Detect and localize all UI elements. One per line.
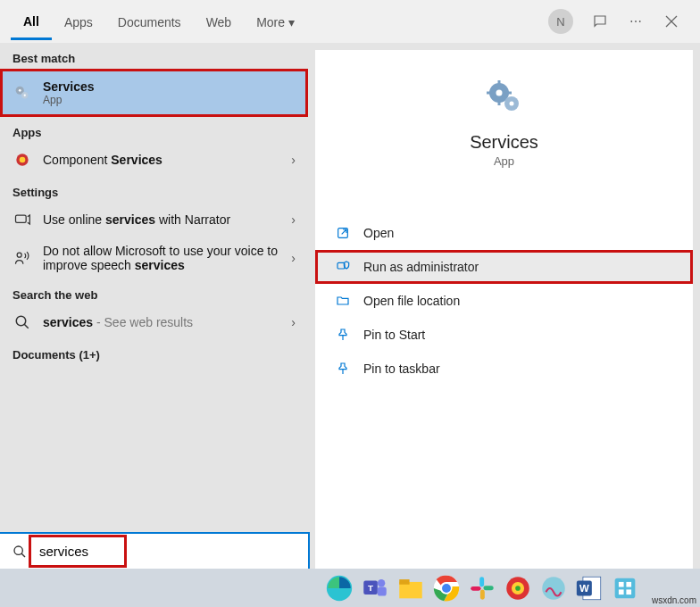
component-icon bbox=[12, 150, 32, 170]
action-run-as-administrator[interactable]: Run as administrator bbox=[315, 250, 693, 284]
search-web-label: Search the web bbox=[0, 279, 308, 305]
shield-icon bbox=[335, 259, 351, 275]
svg-line-23 bbox=[21, 553, 25, 557]
gears-icon bbox=[12, 83, 32, 103]
action-pin-taskbar-label: Pin to taskbar bbox=[363, 362, 440, 376]
chevron-right-icon: › bbox=[291, 212, 296, 227]
svg-rect-47 bbox=[626, 581, 631, 586]
results-pane: Best match Services App Apps Component S… bbox=[0, 43, 308, 569]
settings-section-label: Settings bbox=[0, 177, 308, 203]
svg-rect-28 bbox=[378, 586, 387, 595]
close-button[interactable] bbox=[662, 12, 680, 30]
svg-text:W: W bbox=[579, 583, 589, 594]
narrator-label: Use online services with Narrator bbox=[43, 212, 230, 227]
documents-section-label: Documents (1+) bbox=[0, 339, 308, 365]
taskbar-chrome[interactable] bbox=[431, 573, 462, 603]
svg-rect-34 bbox=[479, 577, 484, 586]
taskbar-word[interactable]: W bbox=[574, 573, 604, 603]
svg-point-9 bbox=[17, 253, 21, 257]
action-open-label: Open bbox=[363, 226, 394, 240]
taskbar-slack[interactable] bbox=[467, 573, 497, 603]
action-pin-start-label: Pin to Start bbox=[363, 328, 425, 342]
result-services-title: Services bbox=[43, 79, 296, 94]
apps-section-label: Apps bbox=[0, 117, 308, 143]
svg-point-5 bbox=[24, 95, 26, 96]
action-pin-to-taskbar[interactable]: Pin to taskbar bbox=[315, 352, 693, 386]
search-icon bbox=[11, 543, 29, 561]
svg-rect-30 bbox=[399, 579, 409, 585]
svg-rect-35 bbox=[483, 586, 493, 590]
svg-point-15 bbox=[509, 102, 513, 106]
svg-text:T: T bbox=[368, 582, 373, 592]
taskbar: T W bbox=[0, 569, 700, 607]
feedback-icon[interactable] bbox=[591, 12, 609, 30]
tab-apps[interactable]: Apps bbox=[52, 4, 105, 38]
detail-pane: Services App Open Run as administrator bbox=[315, 50, 693, 569]
search-bar[interactable] bbox=[0, 534, 308, 569]
taskbar-teams[interactable]: T bbox=[360, 573, 390, 603]
user-avatar[interactable]: N bbox=[548, 9, 573, 34]
tab-more[interactable]: More ▾ bbox=[244, 4, 307, 38]
tab-web[interactable]: Web bbox=[194, 4, 245, 38]
result-voice-services[interactable]: Do not allow Microsoft to use your voice… bbox=[0, 237, 308, 279]
voice-label: Do not allow Microsoft to use your voice… bbox=[43, 244, 278, 272]
chevron-right-icon: › bbox=[291, 315, 296, 329]
taskbar-app-3[interactable] bbox=[610, 573, 640, 603]
action-pin-to-start[interactable]: Pin to Start bbox=[315, 318, 693, 352]
svg-point-22 bbox=[14, 546, 22, 554]
result-narrator-services[interactable]: Use online services with Narrator › bbox=[0, 203, 308, 237]
result-services-sub: App bbox=[43, 94, 296, 106]
action-run-admin-label: Run as administrator bbox=[363, 260, 479, 274]
taskbar-file-explorer[interactable] bbox=[396, 573, 426, 603]
narrator-icon bbox=[12, 210, 32, 229]
svg-point-27 bbox=[378, 579, 386, 587]
search-icon bbox=[12, 312, 32, 332]
svg-point-40 bbox=[515, 586, 521, 591]
action-open-file-location[interactable]: Open file location bbox=[315, 284, 693, 318]
result-component-services[interactable]: Component Services › bbox=[0, 143, 308, 177]
pin-icon bbox=[335, 327, 351, 343]
tab-all[interactable]: All bbox=[11, 4, 52, 40]
chevron-right-icon: › bbox=[291, 153, 296, 167]
svg-rect-45 bbox=[615, 578, 636, 598]
pin-icon bbox=[335, 361, 351, 377]
tab-more-label: More bbox=[256, 15, 285, 29]
component-label: Component Services bbox=[43, 153, 162, 167]
action-open-loc-label: Open file location bbox=[363, 294, 460, 308]
svg-rect-46 bbox=[619, 581, 624, 586]
svg-rect-48 bbox=[619, 589, 624, 595]
taskbar-app-1[interactable] bbox=[503, 573, 533, 603]
detail-subtitle: App bbox=[315, 154, 693, 168]
result-web-search[interactable]: services - See web results › bbox=[0, 305, 308, 339]
watermark: wsxdn.com bbox=[652, 595, 696, 605]
svg-line-11 bbox=[24, 324, 29, 328]
detail-title: Services bbox=[315, 132, 693, 153]
result-services-app[interactable]: Services App bbox=[0, 69, 308, 117]
search-input[interactable] bbox=[36, 540, 308, 562]
more-icon[interactable]: ⋯ bbox=[627, 12, 645, 30]
svg-point-14 bbox=[496, 90, 502, 96]
svg-point-4 bbox=[19, 89, 21, 92]
svg-point-41 bbox=[542, 577, 565, 600]
search-tabs: All Apps Documents Web More ▾ N ⋯ bbox=[0, 0, 700, 43]
open-icon bbox=[335, 225, 351, 241]
taskbar-edge[interactable] bbox=[324, 573, 354, 603]
svg-point-10 bbox=[16, 316, 26, 326]
taskbar-app-2[interactable] bbox=[538, 573, 569, 603]
voice-icon bbox=[12, 248, 32, 268]
svg-point-7 bbox=[20, 157, 26, 163]
svg-rect-8 bbox=[16, 215, 27, 222]
web-label: services - See web results bbox=[43, 315, 193, 329]
gears-icon bbox=[483, 77, 526, 120]
best-match-label: Best match bbox=[0, 43, 308, 69]
svg-rect-36 bbox=[480, 589, 485, 599]
chevron-right-icon: › bbox=[291, 251, 296, 265]
action-open[interactable]: Open bbox=[315, 216, 693, 250]
svg-rect-49 bbox=[626, 589, 631, 595]
svg-rect-37 bbox=[471, 586, 480, 590]
tab-documents[interactable]: Documents bbox=[105, 4, 194, 38]
folder-icon bbox=[335, 293, 351, 309]
actions-list: Open Run as administrator Open file loca… bbox=[315, 216, 693, 386]
